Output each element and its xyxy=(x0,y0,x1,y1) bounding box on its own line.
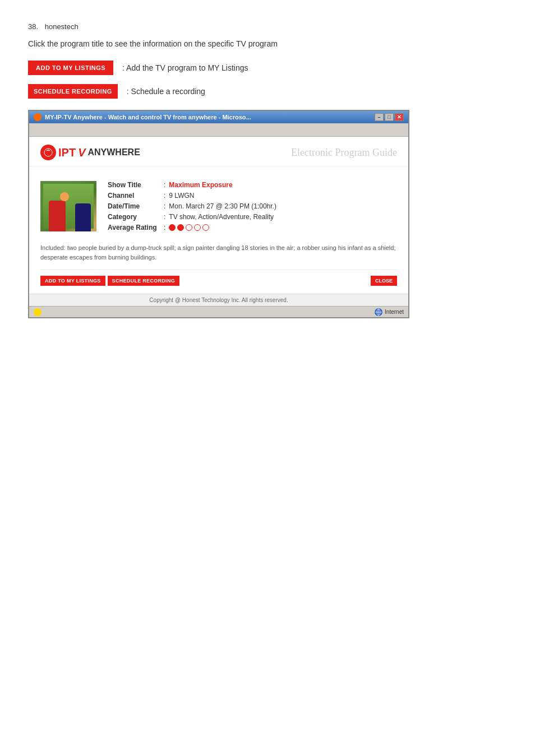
colon-2: : xyxy=(164,192,165,200)
figure-1 xyxy=(49,201,66,231)
category-row: Category : TV show, Action/Adventure, Re… xyxy=(108,213,397,221)
program-thumbnail xyxy=(40,181,96,231)
browser-footer: Copyright @ Honest Technology Inc. All r… xyxy=(29,294,408,306)
window-controls: – □ ✕ xyxy=(375,113,404,121)
figure-2 xyxy=(75,203,91,231)
colon-3: : xyxy=(164,202,165,210)
category-label: Category xyxy=(108,213,164,221)
rating-stars xyxy=(169,224,209,231)
restore-button[interactable]: □ xyxy=(385,113,394,121)
schedule-recording-row: SCHEDULE RECORDING : Schedule a recordin… xyxy=(28,84,507,99)
minimize-button[interactable]: – xyxy=(375,113,384,121)
add-listing-desc: : Add the TV program to MY Listings xyxy=(122,63,248,72)
statusbar-lock-icon xyxy=(34,308,41,316)
rating-row: Average Rating : xyxy=(108,224,397,231)
program-info: Show Title : Maximum Exposure Channel : … xyxy=(108,181,397,234)
program-image-bg xyxy=(40,181,96,231)
bottom-buttons-area: ADD TO MY LISTINGS SCHEDULE RECORDING CL… xyxy=(29,270,408,294)
detail-close-button[interactable]: CLOSE xyxy=(371,276,397,286)
browser-statusbar: Internet xyxy=(29,306,408,317)
star-5 xyxy=(202,224,209,231)
titlebar-left: MY-IP-TV Anywhere - Watch and control TV… xyxy=(34,113,251,121)
channel-value: 9 LWGN xyxy=(169,192,194,200)
datetime-label: Date/Time xyxy=(108,202,164,210)
show-title-label: Show Title xyxy=(108,181,164,189)
epg-title: Electronic Program Guide xyxy=(291,147,397,159)
svg-rect-1 xyxy=(36,312,39,314)
close-window-button[interactable]: ✕ xyxy=(395,113,404,121)
star-1 xyxy=(169,224,176,231)
browser-titlebar: MY-IP-TV Anywhere - Watch and control TV… xyxy=(29,111,408,123)
show-title-value: Maximum Exposure xyxy=(169,181,232,189)
colon-5: : xyxy=(164,224,165,231)
star-2 xyxy=(177,224,184,231)
logo-area: IPTVANYWHERE xyxy=(40,145,140,160)
channel-label: Channel xyxy=(108,192,164,200)
logo-v: V xyxy=(78,146,85,159)
show-title-row: Show Title : Maximum Exposure xyxy=(108,181,397,189)
logo-icon xyxy=(40,145,56,160)
schedule-recording-desc: : Schedule a recording xyxy=(127,87,205,96)
program-description: Included: two people buried by a dump-tr… xyxy=(29,243,408,270)
statusbar-left xyxy=(34,308,41,316)
browser-content: IPTVANYWHERE Electronic Program Guide Sh… xyxy=(29,137,408,317)
category-value: TV show, Action/Adventure, Reality xyxy=(169,213,274,221)
add-listing-row: ADD TO MY LISTINGS : Add the TV program … xyxy=(28,61,507,75)
program-detail: Show Title : Maximum Exposure Channel : … xyxy=(29,172,408,243)
browser-app-icon xyxy=(34,113,41,121)
statusbar-right: Internet xyxy=(375,308,404,316)
internet-label: Internet xyxy=(385,309,404,315)
channel-row: Channel : 9 LWGN xyxy=(108,192,397,200)
datetime-row: Date/Time : Mon. March 27 @ 2:30 PM (1:0… xyxy=(108,202,397,210)
epg-header: IPTVANYWHERE Electronic Program Guide xyxy=(29,137,408,166)
logo-ipt: IPT xyxy=(58,146,76,159)
browser-title: MY-IP-TV Anywhere - Watch and control TV… xyxy=(45,114,251,120)
add-to-listings-button[interactable]: ADD TO MY LISTINGS xyxy=(28,61,113,75)
internet-icon xyxy=(375,308,382,316)
colon-1: : xyxy=(164,181,165,189)
page-number: 38. honestech xyxy=(28,22,507,31)
intro-text: Click the program title to see the infor… xyxy=(28,39,507,48)
detail-add-to-listings-button[interactable]: ADD TO MY LISTINGS xyxy=(40,276,105,286)
browser-window: MY-IP-TV Anywhere - Watch and control TV… xyxy=(28,110,409,318)
star-4 xyxy=(194,224,201,231)
datetime-value: Mon. March 27 @ 2:30 PM (1:00hr.) xyxy=(169,202,276,210)
rating-label: Average Rating xyxy=(108,224,164,231)
schedule-recording-button[interactable]: SCHEDULE RECORDING xyxy=(28,84,118,99)
star-3 xyxy=(186,224,192,231)
colon-4: : xyxy=(164,213,165,221)
svg-point-0 xyxy=(44,149,52,156)
detail-schedule-recording-button[interactable]: SCHEDULE RECORDING xyxy=(108,276,179,286)
browser-toolbar xyxy=(29,123,408,137)
logo-anywhere: ANYWHERE xyxy=(87,147,140,157)
